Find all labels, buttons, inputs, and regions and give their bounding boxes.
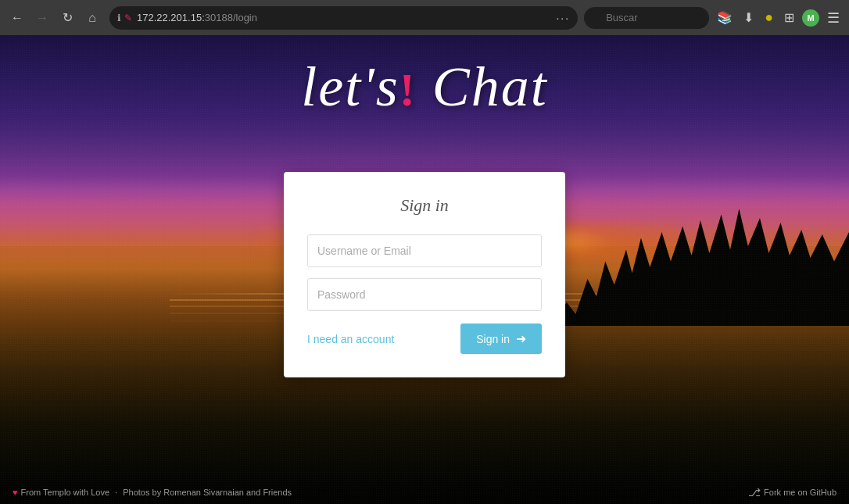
page-footer: ♥ From Templo with Love · Photos by Rome… (0, 481, 849, 504)
url-path: 30188/login (205, 12, 257, 23)
download-icon[interactable]: ⬇ (740, 7, 757, 28)
more-button[interactable]: ··· (556, 12, 570, 24)
profile-icon[interactable]: ● (761, 6, 776, 29)
avatar[interactable]: M (802, 9, 819, 27)
menu-icon[interactable]: ☰ (824, 6, 843, 30)
address-bar[interactable]: ℹ ✎ 172.22.201.15:30188/login ··· (109, 6, 578, 30)
github-icon: ⎇ (748, 486, 761, 499)
logo: let's! Chat (301, 55, 547, 120)
page-content: let's! Chat Sign in I need an account Si… (0, 35, 849, 504)
need-account-link[interactable]: I need an account (307, 333, 394, 345)
bookmarks-icon[interactable]: 📚 (714, 7, 736, 28)
url-display: 172.22.201.15:30188/login (137, 12, 551, 23)
info-icon: ℹ (117, 13, 121, 23)
url-domain: 172.22.201.15: (137, 12, 205, 23)
forward-button[interactable]: → (31, 7, 53, 29)
footer-left-text: From Templo with Love (21, 488, 110, 497)
browser-toolbar: ← → ↻ ⌂ ℹ ✎ 172.22.201.15:30188/login ··… (0, 0, 849, 35)
form-actions: I need an account Sign in ➜ (307, 323, 542, 354)
footer-right: ⎇ Fork me on GitHub (748, 486, 836, 499)
sign-in-label: Sign in (476, 333, 510, 345)
search-input[interactable] (584, 7, 709, 29)
logo-exclamation: ! (399, 64, 417, 116)
toolbar-right: 🔍 📚 ⬇ ● ⊞ M ☰ (584, 6, 843, 30)
back-button[interactable]: ← (6, 7, 28, 29)
search-wrap: 🔍 (584, 7, 709, 29)
sign-in-arrow-icon: ➜ (516, 331, 526, 346)
footer-photos-text: Photos by Romenan Sivarnaian and Friends (123, 488, 292, 497)
address-bar-icons: ℹ ✎ (117, 13, 132, 23)
home-button[interactable]: ⌂ (81, 7, 103, 29)
edit-icon: ✎ (124, 13, 132, 23)
password-input[interactable] (307, 278, 542, 311)
footer-right-text: Fork me on GitHub (764, 488, 836, 497)
footer-left: ♥ From Templo with Love · Photos by Rome… (13, 488, 292, 497)
logo-text: let's! Chat (301, 55, 547, 120)
login-card: Sign in I need an account Sign in ➜ (284, 172, 565, 377)
heart-icon: ♥ (13, 488, 18, 497)
reader-icon[interactable]: ⊞ (781, 7, 797, 28)
sign-in-button[interactable]: Sign in ➜ (460, 323, 542, 354)
reload-button[interactable]: ↻ (56, 7, 78, 29)
sign-in-title: Sign in (307, 195, 542, 216)
username-group (307, 234, 542, 267)
password-group (307, 278, 542, 311)
username-input[interactable] (307, 234, 542, 267)
